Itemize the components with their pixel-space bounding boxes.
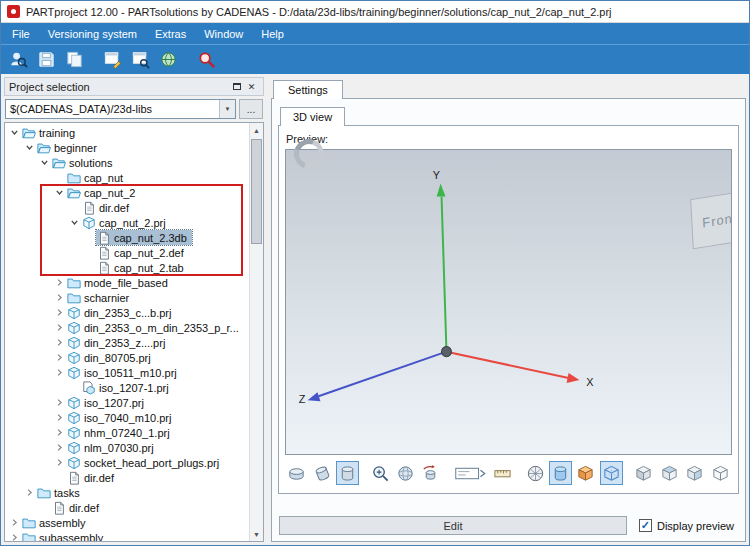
tree-item-content[interactable]: dir.def [81, 200, 134, 215]
tree-item-content[interactable]: cap_nut_2.tab [96, 260, 189, 275]
tree-item-content[interactable]: dir.def [51, 500, 104, 515]
tree-item[interactable]: din_80705.prj [5, 350, 249, 365]
tree-item[interactable]: din_2353_o_m_din_2353_p_r... [5, 320, 249, 335]
quality-search-button[interactable] [193, 47, 219, 73]
tree-item-content[interactable]: iso_1207.prj [66, 395, 149, 410]
tree-item[interactable]: iso_1207.prj [5, 395, 249, 410]
render-wireframe-box-button[interactable] [600, 461, 623, 485]
tree-item-content[interactable]: nlm_07030.prj [66, 440, 159, 455]
scrollbar-thumb[interactable] [251, 139, 262, 244]
expand-arrow-icon[interactable] [53, 291, 66, 304]
tree-item-content[interactable]: cap_nut_2.def [96, 245, 189, 260]
tree-item[interactable]: subassembly [5, 530, 249, 541]
close-panel-button[interactable]: ✕ [244, 79, 259, 94]
tree-item[interactable]: scharnier [5, 290, 249, 305]
tree-item[interactable]: cap_nut_2.def [5, 245, 249, 260]
menu-file[interactable]: File [3, 23, 39, 44]
tree-item[interactable]: mode_file_based [5, 275, 249, 290]
tree-item-content[interactable]: cap_nut_2 [66, 185, 140, 200]
turntable-rotation-button[interactable] [419, 461, 442, 485]
preview-3d-viewport[interactable]: Y X Z Front [285, 149, 732, 455]
tree-item-content[interactable]: cap_nut [66, 170, 128, 185]
navigation-cube[interactable]: Front [685, 188, 731, 250]
scroll-up-icon[interactable]: ▲ [250, 123, 263, 137]
display-preview-checkbox[interactable]: ✓ Display preview [639, 519, 738, 532]
expand-arrow-icon[interactable] [53, 336, 66, 349]
tree-item[interactable]: din_2353_z....prj [5, 335, 249, 350]
expand-arrow-icon[interactable] [8, 516, 21, 529]
expand-arrow-icon[interactable] [53, 396, 66, 409]
menu-versioning-system[interactable]: Versioning system [39, 23, 146, 44]
tab-3d-view[interactable]: 3D view [280, 107, 345, 126]
expand-arrow-icon[interactable] [53, 306, 66, 319]
path-combobox[interactable]: $(CADENAS_DATA)/23d-libs ▼ [5, 99, 236, 119]
publish-web-button[interactable] [155, 47, 181, 73]
tree-item[interactable]: din_2353_c...b.prj [5, 305, 249, 320]
tree-item[interactable]: assembly [5, 515, 249, 530]
tree-item[interactable]: solutions [5, 155, 249, 170]
tree-item[interactable]: nlm_07030.prj [5, 440, 249, 455]
tree-item[interactable]: nhm_07240_1.prj [5, 425, 249, 440]
scroll-down-icon[interactable]: ▼ [250, 527, 263, 541]
project-preview-button[interactable] [127, 47, 153, 73]
measure-ruler-button[interactable] [491, 461, 514, 485]
tree-item-content[interactable]: cap_nut_2.prj [81, 215, 171, 230]
zoom-fit-button[interactable] [368, 461, 391, 485]
tree-item-content[interactable]: solutions [51, 155, 117, 170]
tree-item[interactable]: tasks [5, 485, 249, 500]
tree-item[interactable]: dir.def [5, 500, 249, 515]
view-cylinder-iso-button[interactable] [310, 461, 333, 485]
expand-arrow-icon[interactable] [53, 276, 66, 289]
collapse-arrow-icon[interactable] [23, 141, 36, 154]
tree-item[interactable]: training [5, 125, 249, 140]
tree-item-content[interactable]: scharnier [66, 290, 134, 305]
tree-item-content[interactable]: nhm_07240_1.prj [66, 425, 175, 440]
project-search-button[interactable] [5, 47, 31, 73]
tree-item-content[interactable]: tasks [36, 485, 85, 500]
tree-item[interactable]: iso_7040_m10.prj [5, 410, 249, 425]
menu-window[interactable]: Window [195, 23, 252, 44]
tree-item[interactable]: cap_nut_2 [5, 185, 249, 200]
collapse-arrow-icon[interactable] [53, 186, 66, 199]
view-sphere-button[interactable] [394, 461, 417, 485]
render-mesh-button[interactable] [523, 461, 546, 485]
expand-arrow-icon[interactable] [23, 486, 36, 499]
render-shaded-cylinder-button[interactable] [549, 461, 572, 485]
menu-help[interactable]: Help [252, 23, 293, 44]
tree-item[interactable]: socket_head_port_plugs.prj [5, 455, 249, 470]
tree-item-content[interactable]: iso_7040_m10.prj [66, 410, 176, 425]
expand-arrow-icon[interactable] [53, 321, 66, 334]
tree-item-content[interactable]: dir.def [66, 470, 119, 485]
tree-item-content[interactable]: beginner [36, 140, 102, 155]
edit-project-button[interactable] [99, 47, 125, 73]
dimension-label-button[interactable] [452, 461, 489, 485]
tree-item[interactable]: cap_nut_2.tab [5, 260, 249, 275]
render-solid-box-button[interactable] [574, 461, 597, 485]
tree-item[interactable]: cap_nut_2.3db [5, 230, 249, 245]
tree-item-content[interactable]: din_2353_z....prj [66, 335, 170, 350]
tree-item-selected[interactable]: cap_nut_2.3db [96, 230, 192, 245]
expand-arrow-icon[interactable] [53, 366, 66, 379]
path-dropdown-arrow-icon[interactable]: ▼ [219, 100, 235, 118]
tab-settings[interactable]: Settings [273, 80, 343, 99]
expand-arrow-icon[interactable] [53, 351, 66, 364]
tree-item-content[interactable]: din_80705.prj [66, 350, 156, 365]
tree-item-content[interactable]: training [21, 125, 80, 140]
tree-item-content[interactable]: iso_10511_m10.prj [66, 365, 182, 380]
tree-item[interactable]: iso_10511_m10.prj [5, 365, 249, 380]
tree-item-content[interactable]: assembly [21, 515, 90, 530]
expand-arrow-icon[interactable] [53, 441, 66, 454]
navcube-front-face[interactable]: Front [690, 188, 731, 249]
menu-extras[interactable]: Extras [146, 23, 195, 44]
float-panel-button[interactable] [229, 79, 244, 94]
tree-item-content[interactable]: din_2353_c...b.prj [66, 305, 176, 320]
expand-arrow-icon[interactable] [8, 531, 21, 541]
expand-arrow-icon[interactable] [53, 411, 66, 424]
tree-item[interactable]: beginner [5, 140, 249, 155]
tree-item-content[interactable]: iso_1207-1.prj [81, 380, 174, 395]
tree-item-content[interactable]: din_2353_o_m_din_2353_p_r... [66, 320, 244, 335]
tree-item[interactable]: cap_nut [5, 170, 249, 185]
save-button[interactable] [33, 47, 59, 73]
collapse-arrow-icon[interactable] [38, 156, 51, 169]
tree-item-content[interactable]: socket_head_port_plugs.prj [66, 455, 224, 470]
